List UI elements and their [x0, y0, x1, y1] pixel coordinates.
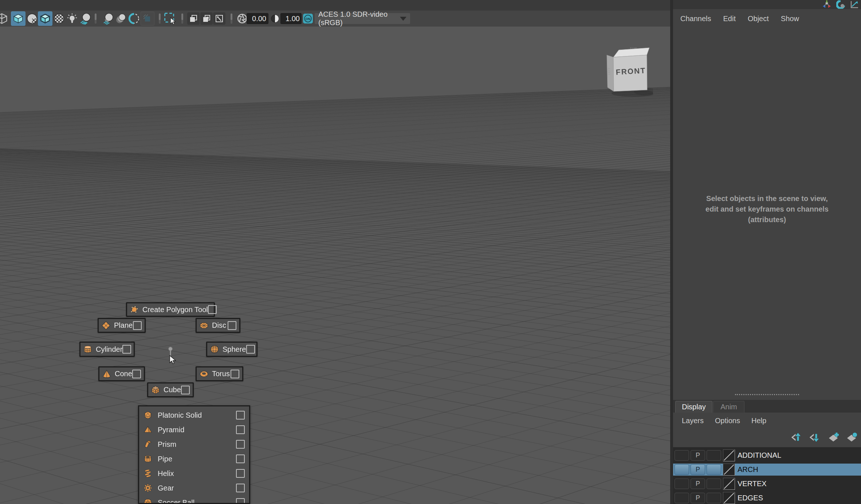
menu-help[interactable]: Help [751, 417, 766, 425]
move-tool-icon[interactable] [822, 0, 831, 9]
menu-item-prism[interactable]: Prism [139, 437, 249, 452]
menu-object[interactable]: Object [748, 15, 769, 23]
color-management-toggle[interactable]: ON [303, 14, 313, 24]
image-plane-button-2[interactable] [200, 12, 213, 25]
menu-channels[interactable]: Channels [680, 15, 711, 23]
menu-item-helix[interactable]: Helix [139, 466, 249, 481]
panel-divider[interactable] [670, 0, 673, 504]
viewport-grid[interactable] [0, 27, 670, 504]
shaded-display-button[interactable] [11, 11, 25, 26]
gamma-button[interactable] [271, 13, 279, 24]
layer-display-type-toggle[interactable] [707, 450, 721, 461]
layer-visibility-toggle[interactable] [675, 464, 689, 475]
marking-menu-torus[interactable]: Torus [196, 366, 243, 381]
menu-options[interactable]: Options [715, 417, 740, 425]
tab-anim[interactable]: Anim [713, 401, 744, 413]
create-layer-from-selected-button[interactable] [846, 432, 858, 443]
option-box[interactable] [236, 454, 245, 463]
menu-layers[interactable]: Layers [682, 417, 704, 425]
camera-settings-button[interactable] [128, 12, 140, 25]
wireframe-on-shaded-button[interactable] [38, 11, 52, 26]
colorspace-dropdown[interactable]: ACES 1.0 SDR-video (sRGB) [314, 13, 410, 24]
layer-playback-toggle[interactable]: P [691, 450, 705, 461]
option-box[interactable] [236, 411, 245, 420]
move-layer-up-button[interactable] [790, 432, 802, 443]
marking-menu-plane[interactable]: Plane [98, 318, 146, 333]
shadows-button[interactable] [79, 12, 93, 25]
occlusion-button[interactable] [102, 12, 115, 25]
option-box[interactable] [236, 498, 245, 504]
layer-display-type-toggle[interactable] [707, 479, 721, 489]
channel-box-empty-message: Select objects in the scene to view, edi… [673, 193, 861, 225]
layer-row-edges[interactable]: P EDGES [675, 492, 861, 504]
marking-menu-cone[interactable]: Cone [98, 366, 145, 381]
menu-edit[interactable]: Edit [723, 15, 736, 23]
layer-color-swatch[interactable] [723, 478, 735, 490]
layer-name[interactable]: VERTEX [738, 480, 767, 488]
lighting-button[interactable] [66, 13, 78, 24]
aperture-icon [237, 13, 248, 24]
option-box[interactable] [133, 321, 142, 330]
image-plane-button-3[interactable] [213, 12, 225, 25]
option-box[interactable] [208, 305, 217, 314]
layer-playback-toggle[interactable]: P [691, 464, 705, 475]
layer-color-swatch[interactable] [723, 464, 735, 476]
option-box[interactable] [122, 345, 131, 354]
marking-menu-disc[interactable]: Disc [196, 318, 240, 333]
option-box[interactable] [236, 425, 245, 434]
layer-color-swatch[interactable] [723, 492, 735, 504]
option-box[interactable] [132, 370, 141, 378]
menu-show[interactable]: Show [781, 15, 799, 23]
motion-blur-button[interactable] [115, 13, 127, 24]
cylinder-icon [83, 344, 93, 354]
exposure-field[interactable]: 0.00 [247, 13, 268, 24]
layer-color-swatch[interactable] [723, 449, 735, 461]
option-box[interactable] [236, 440, 245, 449]
option-box[interactable] [231, 370, 239, 378]
wireframe-display-button[interactable] [0, 12, 8, 25]
layer-name[interactable]: ADDITIONAL [738, 451, 781, 460]
layer-name[interactable]: ARCH [738, 465, 758, 474]
option-box[interactable] [181, 386, 190, 394]
use-default-material-button[interactable] [53, 13, 65, 24]
layer-playback-toggle[interactable]: P [691, 479, 705, 489]
rotate-tool-icon[interactable] [836, 0, 845, 9]
layer-visibility-toggle[interactable] [675, 493, 689, 503]
layer-playback-toggle[interactable]: P [691, 493, 705, 503]
marking-menu-cube[interactable]: Cube [147, 382, 194, 397]
layer-row-arch[interactable]: P ARCH [673, 464, 861, 476]
layer-visibility-toggle[interactable] [675, 450, 689, 461]
marking-menu-create-polygon-tool[interactable]: Create Polygon Tool [126, 302, 215, 317]
layer-display-type-toggle[interactable] [707, 464, 721, 475]
isolate-select-button[interactable] [164, 12, 177, 25]
panel-splitter-handle[interactable] [735, 394, 799, 395]
menu-item-pyramid[interactable]: Pyramid [139, 422, 249, 437]
layer-name[interactable]: EDGES [738, 494, 763, 502]
layer-display-type-toggle[interactable] [707, 493, 721, 503]
graph-editor-icon[interactable] [850, 0, 859, 9]
option-box[interactable] [246, 345, 255, 354]
dashed-circle-arc-icon [128, 12, 140, 25]
layer-visibility-toggle[interactable] [675, 479, 689, 489]
option-box[interactable] [236, 469, 245, 478]
menu-item-platonic-solid[interactable]: Platonic Solid [139, 408, 249, 422]
image-plane-button-1[interactable] [187, 12, 200, 25]
layer-row-additional[interactable]: P ADDITIONAL [675, 449, 861, 461]
textured-display-button[interactable] [26, 13, 38, 24]
menu-item-soccer-ball[interactable]: Soccer Ball [139, 495, 249, 504]
gamma-field[interactable]: 1.00 [280, 13, 302, 24]
menu-item-gear[interactable]: Gear [139, 481, 249, 495]
viewport-3d[interactable] [0, 27, 670, 504]
menu-item-pipe[interactable]: Pipe [139, 452, 249, 466]
plugin-display-button[interactable] [141, 12, 154, 25]
move-layer-down-button[interactable] [809, 432, 820, 443]
marking-menu-cylinder[interactable]: Cylinder [79, 342, 135, 357]
create-empty-layer-button[interactable] [827, 432, 840, 443]
layer-row-vertex[interactable]: P VERTEX [675, 478, 861, 490]
view-cube[interactable]: TOP LEFT FRONT [604, 46, 653, 95]
marking-menu-sphere[interactable]: Sphere [206, 342, 257, 357]
option-box[interactable] [228, 321, 236, 330]
exposure-button[interactable] [237, 13, 248, 24]
option-box[interactable] [236, 484, 245, 492]
tab-display[interactable]: Display [675, 401, 712, 413]
